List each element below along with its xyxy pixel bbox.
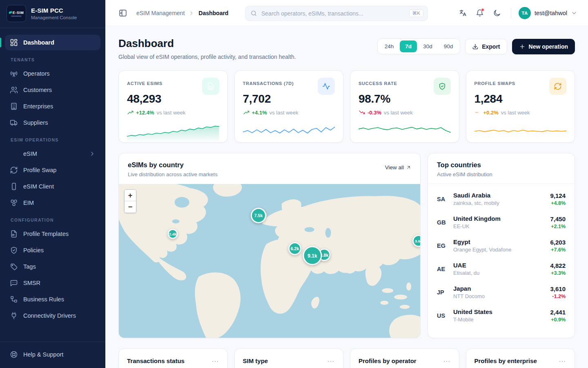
country-name: UAE — [453, 262, 544, 269]
map-bubble-6-2k[interactable]: 6.2k — [288, 242, 301, 255]
boxes-icon — [10, 199, 18, 207]
country-info: UAEEtisalat, du — [453, 262, 544, 276]
stat-delta-note: vs last week — [156, 110, 185, 116]
breadcrumb-parent[interactable]: eSIM Management — [136, 10, 185, 16]
country-operators: Etisalat, du — [453, 270, 544, 276]
map-bubble-7-5k[interactable]: 7.5k — [251, 208, 266, 223]
sidebar-item-suppliers[interactable]: Suppliers — [5, 115, 100, 130]
country-stats: 2,441+0.9% — [550, 309, 566, 323]
message-dots-icon — [10, 279, 18, 287]
sidebar-item-enterprises[interactable]: Enterprises — [5, 99, 100, 114]
stat-delta-note: vs last week — [501, 110, 530, 116]
radio-tower-icon — [10, 70, 18, 78]
map-card-head: eSIMs by country Live distribution acros… — [119, 153, 420, 184]
range-button-7d[interactable]: 7d — [400, 40, 417, 52]
sidebar-item-label: EIM — [23, 200, 34, 206]
sidebar-item-esim-client[interactable]: eSIM Client — [5, 179, 100, 194]
stat-label: SUCCESS RATE — [359, 81, 397, 86]
sidebar-item-label: Policies — [23, 247, 44, 254]
bottom-card-title: Profiles by enterprise — [474, 357, 537, 364]
sidebar-item-label: Help & Support — [23, 351, 63, 358]
sidebar-item-help-support[interactable]: Help & Support — [5, 347, 100, 362]
user-menu[interactable]: TA test@tahwol — [518, 5, 578, 21]
sidebar-item-business-rules[interactable]: Business Rules — [5, 292, 100, 307]
export-button-label: Export — [482, 43, 500, 50]
sidebar-item-profile-templates[interactable]: Profile Templates — [5, 226, 100, 242]
country-name: Egypt — [453, 238, 544, 245]
country-stats: 9,124+4.8% — [550, 192, 566, 206]
country-row-ae[interactable]: AEUAEEtisalat, du4,822+3.3% — [437, 257, 566, 280]
sidebar-item-connectivity-drivers[interactable]: Connectivity Drivers — [5, 308, 100, 323]
country-info: United KingdomEE-UK — [453, 215, 544, 229]
map-bubble-9-1k[interactable]: 9.1k — [303, 246, 322, 265]
search-input[interactable] — [257, 10, 409, 17]
stat-value: 1,284 — [474, 92, 567, 105]
range-button-90d[interactable]: 90d — [439, 40, 459, 52]
bottom-card-profiles-by-enterprise: Profiles by enterprise — [466, 348, 575, 368]
world-map[interactable]: + − 2.4k7.5k6.2k4.8k9.1k3.6k — [119, 184, 420, 338]
sidebar-item-policies[interactable]: Policies — [5, 242, 100, 258]
map-zoom-in-button[interactable]: + — [125, 190, 136, 201]
country-operators: zainksa, stc, mobily — [453, 200, 544, 206]
avatar: TA — [519, 7, 531, 19]
country-delta: +0.9% — [550, 317, 566, 323]
dark-mode-button[interactable] — [490, 6, 504, 20]
refresh-icon — [10, 166, 18, 174]
time-range-group: 24h7d30d90d — [377, 38, 460, 54]
sidebar-item-label: Profile Swap — [23, 167, 56, 173]
sidebar-collapse-button[interactable] — [118, 9, 127, 18]
global-search[interactable]: ⌘K — [245, 6, 428, 21]
view-all-link[interactable]: View all — [385, 164, 411, 171]
map-zoom-out-button[interactable]: − — [125, 201, 136, 213]
country-row-us[interactable]: USUnited StatesT-Mobile2,441+0.9% — [437, 304, 566, 327]
life-buoy-icon — [10, 350, 18, 359]
ellipsis-menu-button[interactable] — [211, 357, 219, 366]
stat-value: 98.7% — [359, 92, 451, 105]
sidebar-item-tags[interactable]: Tags — [5, 259, 100, 274]
ellipsis-menu-button[interactable] — [443, 357, 451, 366]
app-root: E-SIM E-SIM PCC Management Console Dashb… — [0, 0, 588, 368]
country-value: 2,441 — [550, 309, 566, 316]
sidebar-item-label: Connectivity Drivers — [23, 312, 76, 319]
sidebar-item-smsr[interactable]: SMSR — [5, 275, 100, 291]
sidebar-item-eim[interactable]: EIM — [5, 195, 100, 211]
export-button[interactable]: Export — [465, 39, 507, 54]
sidebar-section-label: TENANTS — [11, 57, 95, 62]
sidebar-section-label: ESIM OPERATIONS — [11, 137, 95, 142]
map-bubble-2-4k[interactable]: 2.4k — [168, 229, 178, 239]
country-operators: Orange Egypt, Vodafone — [453, 247, 544, 253]
new-operation-button[interactable]: New operation — [512, 39, 575, 54]
sidebar-item-profile-swap[interactable]: Profile Swap — [5, 162, 100, 178]
stat-sparkline — [474, 120, 567, 142]
ellipsis-menu-button[interactable] — [558, 357, 566, 366]
page-head: Dashboard Global view of eSIM operations… — [118, 37, 575, 60]
country-name: United States — [453, 308, 544, 315]
country-code: AE — [437, 266, 448, 272]
sidebar-item-operators[interactable]: Operators — [5, 66, 100, 81]
sidebar-item-esim[interactable]: eSIM — [5, 146, 100, 162]
ellipsis-menu-button[interactable] — [327, 357, 335, 366]
notifications-button[interactable] — [472, 6, 487, 20]
sidebar-item-label: Profile Templates — [23, 231, 69, 237]
country-row-jp[interactable]: JPJapanNTT Docomo3,610-1.2% — [437, 280, 566, 304]
sidebar-item-label: Enterprises — [23, 103, 53, 110]
country-row-gb[interactable]: GBUnited KingdomEE-UK7,450+2.1% — [437, 211, 566, 234]
sidebar-item-customers[interactable]: Customers — [5, 82, 100, 98]
sidebar-item-label: SMSR — [23, 280, 40, 286]
country-info: Saudi Arabiazainksa, stc, mobily — [453, 192, 544, 206]
country-stats: 7,450+2.1% — [550, 215, 566, 229]
range-button-24h[interactable]: 24h — [379, 40, 399, 52]
page-head-text: Dashboard Global view of eSIM operations… — [118, 37, 296, 60]
topbar: eSIM Management Dashboard ⌘K TA test@tah… — [105, 0, 588, 26]
bottom-row: Transactions statusSIM typeProfiles by o… — [118, 348, 575, 368]
country-row-eg[interactable]: EGEgyptOrange Egypt, Vodafone6,203+7.6% — [437, 234, 566, 257]
language-button[interactable] — [455, 6, 470, 20]
dashboard-icon — [10, 38, 18, 47]
sidebar-item-dashboard[interactable]: Dashboard — [5, 35, 100, 50]
country-row-sa[interactable]: SASaudi Arabiazainksa, stc, mobily9,124+… — [437, 187, 566, 211]
country-operators: EE-UK — [453, 223, 544, 229]
stat-delta: +0.2%vs last week — [474, 109, 567, 116]
range-button-30d[interactable]: 30d — [418, 40, 438, 52]
page-subtitle: Global view of eSIM operations, profile … — [118, 54, 296, 60]
bottom-card-sim-type: SIM type — [234, 348, 344, 368]
